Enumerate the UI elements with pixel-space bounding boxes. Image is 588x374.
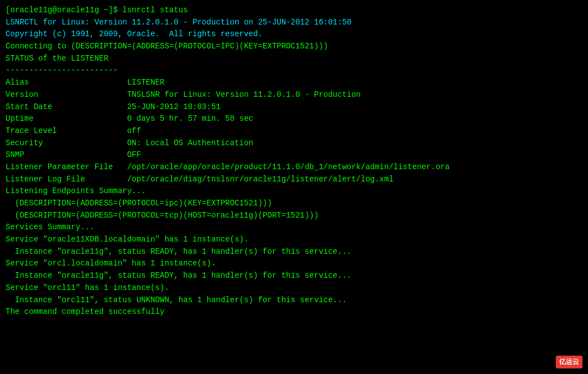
terminal-line: Service "orcl.localdomain" has 1 instanc… <box>6 258 582 270</box>
terminal-line: Copyright (c) 1991, 2009, Oracle. All ri… <box>6 28 582 41</box>
terminal-line: LSNRCTL for Linux: Version 11.2.0.1.0 - … <box>6 17 582 29</box>
terminal-line: Listener Log File /opt/oracle/diag/tnsls… <box>6 174 582 186</box>
terminal-line: Version TNSLSNR for Linux: Version 11.2.… <box>6 89 582 101</box>
terminal-line: (DESCRIPTION=(ADDRESS=(PROTOCOL=ipc)(KEY… <box>6 198 582 210</box>
terminal-line: SNMP OFF <box>6 149 582 161</box>
terminal-line: Start Date 25-JUN-2012 10:03:51 <box>6 101 582 114</box>
terminal-line: [oracle11g@oracle11g ~]$ lsnrctl status <box>6 4 582 17</box>
terminal-line: Instance "orcl11", status UNKNOWN, has 1… <box>6 294 582 307</box>
terminal-line: Connecting to (DESCRIPTION=(ADDRESS=(PRO… <box>6 41 582 53</box>
terminal-window: [oracle11g@oracle11g ~]$ lsnrctl statusL… <box>0 0 588 374</box>
terminal-line: Listener Parameter File /opt/oracle/app/… <box>6 161 582 174</box>
terminal-line: Uptime 0 days 5 hr. 57 min. 58 sec <box>6 113 582 125</box>
terminal-line: Services Summary... <box>6 222 582 234</box>
terminal-line: The command completed successfully <box>6 306 582 318</box>
terminal-line: Listening Endpoints Summary... <box>6 185 582 198</box>
terminal-line: Trace Level off <box>6 125 582 137</box>
terminal-line: Alias LISTENER <box>6 77 582 89</box>
terminal-line: (DESCRIPTION=(ADDRESS=(PROTOCOL=tcp)(HOS… <box>6 210 582 222</box>
terminal-line: Instance "oracle11g", status READY, has … <box>6 270 582 282</box>
terminal-line: Service "oracle11XDB.localdomain" has 1 … <box>6 234 582 246</box>
terminal-line: ------------------------ <box>6 65 582 77</box>
terminal-line: Security ON: Local OS Authentication <box>6 137 582 150</box>
terminal-line: STATUS of the LISTENER <box>6 53 582 65</box>
watermark: 亿运云 <box>556 356 582 368</box>
terminal-line: Service "orcl11" has 1 instance(s). <box>6 282 582 294</box>
terminal-line: Instance "oracle11g", status READY, has … <box>6 246 582 258</box>
